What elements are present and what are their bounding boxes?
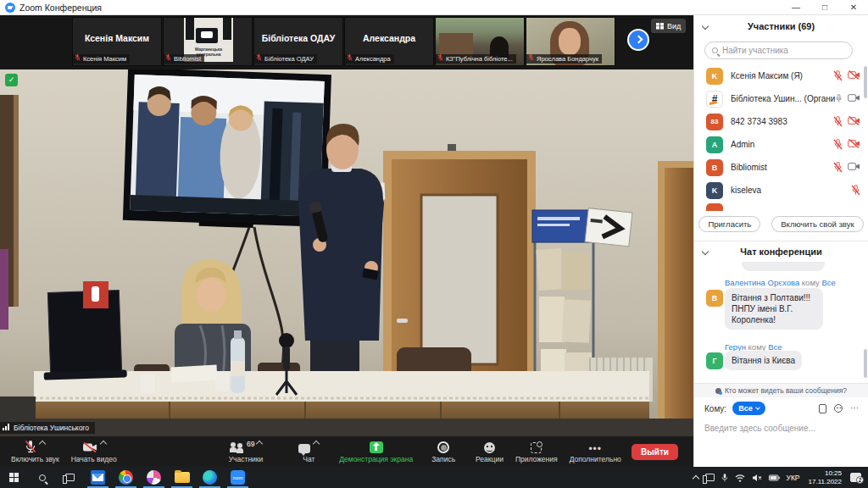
participant-row[interactable]: # Бібліотека Ушин... (Организатор) bbox=[694, 87, 862, 110]
next-page-arrow-button[interactable] bbox=[627, 29, 649, 51]
camera-icon bbox=[848, 93, 860, 103]
taskbar-paint-app[interactable] bbox=[140, 467, 168, 488]
participant-row[interactable]: A Admin bbox=[694, 133, 862, 156]
unmute-button[interactable]: Включить звук bbox=[5, 440, 65, 463]
taskbar-zoom-app[interactable]: zoom bbox=[224, 467, 252, 488]
windows-logo-icon bbox=[9, 473, 19, 482]
mic-options-chevron[interactable] bbox=[39, 441, 46, 447]
message-sender[interactable]: Валентина Орєхова bbox=[725, 278, 799, 287]
participants-count: 69 bbox=[247, 440, 254, 448]
gallery-grid-icon bbox=[656, 23, 664, 30]
camera-off-icon bbox=[82, 441, 97, 453]
view-button[interactable]: Вид bbox=[651, 19, 686, 33]
video-options-chevron[interactable] bbox=[99, 441, 106, 447]
active-speaker-name-tag: Бібліотека Ушинського bbox=[0, 422, 95, 434]
recipient-dropdown[interactable]: Все bbox=[732, 402, 765, 415]
zoom-meeting-window: Zoom Конференция — □ ✕ Ксенія Максим Ксе… bbox=[0, 0, 868, 488]
leave-meeting-button[interactable]: Выйти bbox=[632, 444, 678, 460]
taskbar-explorer-app[interactable] bbox=[168, 467, 196, 488]
avatar: B bbox=[706, 290, 723, 307]
participant-avatar-partial bbox=[706, 203, 723, 211]
chat-button[interactable]: Чат bbox=[292, 440, 325, 463]
apps-button[interactable]: Приложения bbox=[509, 440, 564, 463]
tray-expand-button[interactable] bbox=[690, 467, 702, 488]
signal-bars-icon bbox=[3, 424, 11, 430]
participants-button[interactable]: 69 Участники bbox=[223, 440, 270, 463]
video-tile[interactable]: Ксенія Максим Ксенія Максим bbox=[72, 17, 162, 66]
avatar: K bbox=[706, 68, 723, 85]
chat-scrollbar[interactable] bbox=[864, 349, 867, 378]
tray-display-icon[interactable] bbox=[702, 467, 718, 488]
video-tile[interactable]: Марганецька центральна Bibliomist bbox=[163, 17, 253, 66]
action-center-button[interactable]: 2 bbox=[847, 467, 868, 488]
invite-button[interactable]: Пригласить bbox=[698, 216, 760, 232]
side-panel: Участники (69) Найти участника K Ксенія … bbox=[693, 15, 868, 467]
taskbar-clock[interactable]: 10:25 17.11.2022 bbox=[804, 469, 847, 485]
participant-search-input[interactable]: Найти участника bbox=[704, 42, 853, 59]
task-view-icon bbox=[65, 474, 75, 481]
camera-off-icon bbox=[848, 116, 860, 125]
participant-row[interactable]: 83 842 3734 3983 bbox=[694, 110, 862, 133]
record-button[interactable]: Запись bbox=[426, 440, 461, 463]
minimize-button[interactable]: — bbox=[782, 0, 810, 15]
tile-display-name: Александра bbox=[345, 33, 433, 43]
window-title: Zoom Конференция bbox=[19, 3, 102, 13]
more-button[interactable]: ••• Дополнительно bbox=[564, 440, 627, 463]
taskbar-chrome-app[interactable] bbox=[112, 467, 140, 488]
unmute-self-button[interactable]: Включить свой звук bbox=[771, 216, 863, 232]
video-tile[interactable]: Александра Александра bbox=[344, 17, 434, 66]
maximize-button[interactable]: □ bbox=[810, 0, 839, 15]
mic-muted-icon bbox=[851, 185, 860, 196]
video-thumbnail-strip: Ксенія Максим Ксенія Максим Марганецька … bbox=[0, 15, 693, 69]
message-bubble: Вітання з Полтави!!! ПНПУ імені В.Г. Кор… bbox=[725, 288, 823, 330]
language-indicator[interactable]: УКР bbox=[783, 467, 804, 488]
participants-icon bbox=[230, 442, 245, 453]
tray-volume-muted-icon[interactable] bbox=[748, 467, 765, 488]
taskbar-edge-app[interactable] bbox=[196, 467, 224, 488]
tile-name-tag: Ярослава Бондарчук bbox=[526, 54, 602, 64]
chat-more-icon[interactable]: ··· bbox=[850, 406, 859, 411]
message-recipient[interactable]: Все bbox=[821, 278, 835, 287]
task-view-button[interactable] bbox=[56, 467, 84, 488]
camera-icon bbox=[848, 162, 860, 171]
taskbar-search-button[interactable] bbox=[28, 467, 56, 488]
participant-row[interactable]: K Ксенія Максим (Я) bbox=[694, 64, 862, 87]
tray-battery-icon[interactable] bbox=[765, 467, 783, 488]
start-video-button[interactable]: Начать видео bbox=[65, 440, 123, 463]
participants-scrollbar[interactable] bbox=[864, 66, 867, 98]
notification-icon: 2 bbox=[850, 473, 861, 482]
close-button[interactable]: ✕ bbox=[839, 0, 868, 15]
participants-options-chevron[interactable] bbox=[256, 441, 263, 447]
participant-row[interactable]: B Bibliomist bbox=[694, 156, 862, 179]
mic-muted-icon bbox=[25, 440, 36, 453]
reactions-button[interactable]: Реакции bbox=[470, 440, 509, 463]
tray-mic-icon[interactable] bbox=[718, 467, 732, 488]
taskbar-mail-app[interactable] bbox=[84, 467, 112, 488]
avatar: A bbox=[706, 136, 723, 153]
security-shield-icon[interactable]: ✓ bbox=[5, 74, 18, 86]
purple-banner bbox=[0, 249, 8, 330]
tray-wifi-icon[interactable] bbox=[732, 467, 748, 488]
chat-input[interactable]: Введите здесь сообщение... bbox=[704, 424, 815, 433]
chevron-up-icon bbox=[692, 475, 698, 482]
chat-options-chevron[interactable] bbox=[313, 441, 320, 447]
participant-row[interactable]: K kiseleva bbox=[694, 179, 862, 202]
chat-privacy-note[interactable]: Кто может видеть ваши сообщения? bbox=[694, 383, 868, 397]
message-bubble: Вітання із Києва bbox=[725, 351, 802, 370]
attach-file-icon[interactable] bbox=[819, 404, 826, 413]
video-tile[interactable]: КЗ"Публічна бібліоте... bbox=[435, 17, 525, 66]
tile-name-tag: Бібліотека ОДАУ bbox=[254, 54, 317, 64]
paint3d-icon bbox=[147, 470, 161, 485]
tile-name-tag: КЗ"Публічна бібліоте... bbox=[436, 54, 516, 64]
emoji-icon[interactable] bbox=[834, 404, 843, 413]
tray-time: 10:25 bbox=[809, 469, 842, 478]
participants-actions: Пригласить Включить свой звук bbox=[694, 216, 868, 232]
video-tile[interactable]: Бібліотека ОДАУ Бібліотека ОДАУ bbox=[253, 17, 343, 66]
meeting-content: Ксенія Максим Ксенія Максим Марганецька … bbox=[0, 15, 693, 467]
avatar: K bbox=[706, 182, 723, 199]
chevron-down-icon bbox=[755, 405, 760, 410]
video-tile[interactable]: Ярослава Бондарчук bbox=[526, 17, 615, 66]
chrome-icon bbox=[119, 470, 133, 485]
share-screen-button[interactable]: Демонстрация экрана bbox=[333, 440, 419, 463]
start-button[interactable] bbox=[0, 467, 28, 488]
